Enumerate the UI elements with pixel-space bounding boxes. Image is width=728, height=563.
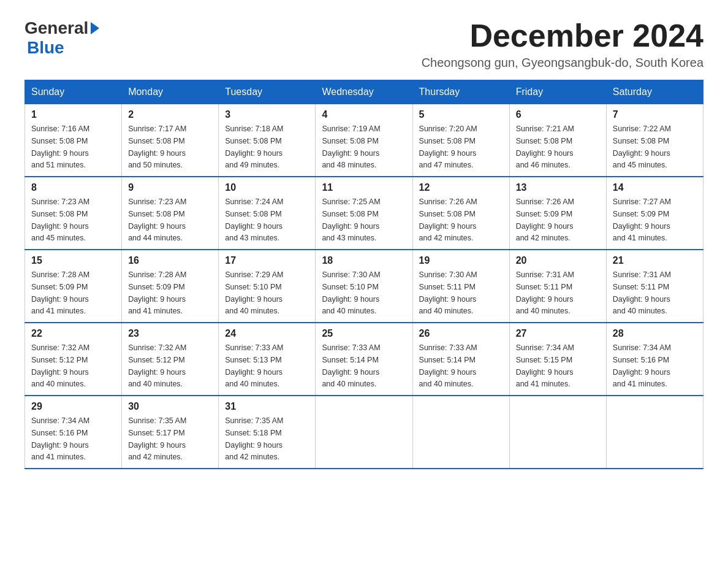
calendar-week-row: 1 Sunrise: 7:16 AMSunset: 5:08 PMDayligh…	[25, 104, 703, 177]
calendar-body: 1 Sunrise: 7:16 AMSunset: 5:08 PMDayligh…	[25, 104, 703, 469]
table-row: 31 Sunrise: 7:35 AMSunset: 5:18 PMDaylig…	[219, 396, 316, 469]
table-row: 30 Sunrise: 7:35 AMSunset: 5:17 PMDaylig…	[122, 396, 219, 469]
day-number: 26	[419, 328, 503, 339]
day-number: 29	[31, 401, 115, 412]
table-row: 13 Sunrise: 7:26 AMSunset: 5:09 PMDaylig…	[509, 177, 606, 250]
day-info: Sunrise: 7:21 AMSunset: 5:08 PMDaylight:…	[516, 124, 574, 169]
day-number: 7	[613, 109, 697, 120]
day-number: 10	[225, 182, 309, 193]
table-row: 14 Sunrise: 7:27 AMSunset: 5:09 PMDaylig…	[606, 177, 703, 250]
table-row: 22 Sunrise: 7:32 AMSunset: 5:12 PMDaylig…	[25, 323, 122, 396]
day-info: Sunrise: 7:23 AMSunset: 5:08 PMDaylight:…	[128, 197, 186, 242]
day-info: Sunrise: 7:35 AMSunset: 5:18 PMDaylight:…	[225, 416, 283, 461]
logo-general-text: General	[25, 18, 88, 38]
day-info: Sunrise: 7:25 AMSunset: 5:08 PMDaylight:…	[322, 197, 380, 242]
day-info: Sunrise: 7:24 AMSunset: 5:08 PMDaylight:…	[225, 197, 283, 242]
day-info: Sunrise: 7:34 AMSunset: 5:15 PMDaylight:…	[516, 343, 574, 388]
table-row: 12 Sunrise: 7:26 AMSunset: 5:08 PMDaylig…	[412, 177, 509, 250]
table-row: 2 Sunrise: 7:17 AMSunset: 5:08 PMDayligh…	[122, 104, 219, 177]
calendar-header: Sunday Monday Tuesday Wednesday Thursday…	[25, 80, 703, 104]
day-info: Sunrise: 7:29 AMSunset: 5:10 PMDaylight:…	[225, 270, 283, 315]
day-number: 9	[128, 182, 212, 193]
day-number: 4	[322, 109, 406, 120]
table-row: 19 Sunrise: 7:30 AMSunset: 5:11 PMDaylig…	[412, 250, 509, 323]
day-number: 28	[613, 328, 697, 339]
table-row: 1 Sunrise: 7:16 AMSunset: 5:08 PMDayligh…	[25, 104, 122, 177]
day-info: Sunrise: 7:33 AMSunset: 5:14 PMDaylight:…	[419, 343, 477, 388]
day-number: 23	[128, 328, 212, 339]
day-number: 12	[419, 182, 503, 193]
table-row: 5 Sunrise: 7:20 AMSunset: 5:08 PMDayligh…	[412, 104, 509, 177]
table-row	[316, 396, 412, 469]
logo: General Blue	[25, 18, 99, 58]
day-info: Sunrise: 7:31 AMSunset: 5:11 PMDaylight:…	[613, 270, 671, 315]
day-info: Sunrise: 7:34 AMSunset: 5:16 PMDaylight:…	[31, 416, 89, 461]
header-tuesday: Tuesday	[219, 80, 316, 104]
table-row: 25 Sunrise: 7:33 AMSunset: 5:14 PMDaylig…	[316, 323, 412, 396]
page-header: General Blue December 2024 Cheongsong gu…	[25, 18, 703, 70]
header-wednesday: Wednesday	[316, 80, 412, 104]
header-friday: Friday	[509, 80, 606, 104]
day-info: Sunrise: 7:19 AMSunset: 5:08 PMDaylight:…	[322, 124, 380, 169]
day-info: Sunrise: 7:22 AMSunset: 5:08 PMDaylight:…	[613, 124, 671, 169]
day-info: Sunrise: 7:34 AMSunset: 5:16 PMDaylight:…	[613, 343, 671, 388]
day-number: 19	[419, 255, 503, 266]
calendar-week-row: 8 Sunrise: 7:23 AMSunset: 5:08 PMDayligh…	[25, 177, 703, 250]
header-saturday: Saturday	[606, 80, 703, 104]
header-row: Sunday Monday Tuesday Wednesday Thursday…	[25, 80, 703, 104]
table-row: 23 Sunrise: 7:32 AMSunset: 5:12 PMDaylig…	[122, 323, 219, 396]
day-number: 5	[419, 109, 503, 120]
day-info: Sunrise: 7:30 AMSunset: 5:11 PMDaylight:…	[419, 270, 477, 315]
day-number: 27	[516, 328, 600, 339]
header-thursday: Thursday	[412, 80, 509, 104]
day-number: 17	[225, 255, 309, 266]
day-info: Sunrise: 7:26 AMSunset: 5:08 PMDaylight:…	[419, 197, 477, 242]
calendar-week-row: 29 Sunrise: 7:34 AMSunset: 5:16 PMDaylig…	[25, 396, 703, 469]
day-number: 24	[225, 328, 309, 339]
day-info: Sunrise: 7:18 AMSunset: 5:08 PMDaylight:…	[225, 124, 283, 169]
table-row: 3 Sunrise: 7:18 AMSunset: 5:08 PMDayligh…	[219, 104, 316, 177]
table-row: 10 Sunrise: 7:24 AMSunset: 5:08 PMDaylig…	[219, 177, 316, 250]
table-row: 4 Sunrise: 7:19 AMSunset: 5:08 PMDayligh…	[316, 104, 412, 177]
table-row: 24 Sunrise: 7:33 AMSunset: 5:13 PMDaylig…	[219, 323, 316, 396]
day-info: Sunrise: 7:32 AMSunset: 5:12 PMDaylight:…	[128, 343, 186, 388]
logo-blue-text: Blue	[27, 38, 64, 58]
day-number: 30	[128, 401, 212, 412]
day-number: 20	[516, 255, 600, 266]
table-row: 11 Sunrise: 7:25 AMSunset: 5:08 PMDaylig…	[316, 177, 412, 250]
day-number: 2	[128, 109, 212, 120]
day-info: Sunrise: 7:35 AMSunset: 5:17 PMDaylight:…	[128, 416, 186, 461]
day-info: Sunrise: 7:28 AMSunset: 5:09 PMDaylight:…	[128, 270, 186, 315]
day-number: 21	[613, 255, 697, 266]
day-number: 22	[31, 328, 115, 339]
day-info: Sunrise: 7:16 AMSunset: 5:08 PMDaylight:…	[31, 124, 89, 169]
day-number: 1	[31, 109, 115, 120]
day-number: 8	[31, 182, 115, 193]
table-row: 6 Sunrise: 7:21 AMSunset: 5:08 PMDayligh…	[509, 104, 606, 177]
table-row: 15 Sunrise: 7:28 AMSunset: 5:09 PMDaylig…	[25, 250, 122, 323]
table-row: 28 Sunrise: 7:34 AMSunset: 5:16 PMDaylig…	[606, 323, 703, 396]
title-section: December 2024 Cheongsong gun, Gyeongsang…	[422, 18, 703, 70]
day-number: 18	[322, 255, 406, 266]
month-title: December 2024	[422, 18, 703, 53]
day-info: Sunrise: 7:33 AMSunset: 5:13 PMDaylight:…	[225, 343, 283, 388]
day-info: Sunrise: 7:20 AMSunset: 5:08 PMDaylight:…	[419, 124, 477, 169]
table-row: 21 Sunrise: 7:31 AMSunset: 5:11 PMDaylig…	[606, 250, 703, 323]
day-number: 31	[225, 401, 309, 412]
table-row: 20 Sunrise: 7:31 AMSunset: 5:11 PMDaylig…	[509, 250, 606, 323]
table-row: 18 Sunrise: 7:30 AMSunset: 5:10 PMDaylig…	[316, 250, 412, 323]
location-subtitle: Cheongsong gun, Gyeongsangbuk-do, South …	[422, 56, 703, 70]
header-monday: Monday	[122, 80, 219, 104]
day-info: Sunrise: 7:26 AMSunset: 5:09 PMDaylight:…	[516, 197, 574, 242]
table-row	[412, 396, 509, 469]
header-sunday: Sunday	[25, 80, 122, 104]
day-number: 3	[225, 109, 309, 120]
calendar-table: Sunday Monday Tuesday Wednesday Thursday…	[25, 80, 703, 469]
table-row: 16 Sunrise: 7:28 AMSunset: 5:09 PMDaylig…	[122, 250, 219, 323]
day-info: Sunrise: 7:23 AMSunset: 5:08 PMDaylight:…	[31, 197, 89, 242]
day-number: 13	[516, 182, 600, 193]
table-row: 26 Sunrise: 7:33 AMSunset: 5:14 PMDaylig…	[412, 323, 509, 396]
day-info: Sunrise: 7:27 AMSunset: 5:09 PMDaylight:…	[613, 197, 671, 242]
table-row: 29 Sunrise: 7:34 AMSunset: 5:16 PMDaylig…	[25, 396, 122, 469]
calendar-week-row: 15 Sunrise: 7:28 AMSunset: 5:09 PMDaylig…	[25, 250, 703, 323]
